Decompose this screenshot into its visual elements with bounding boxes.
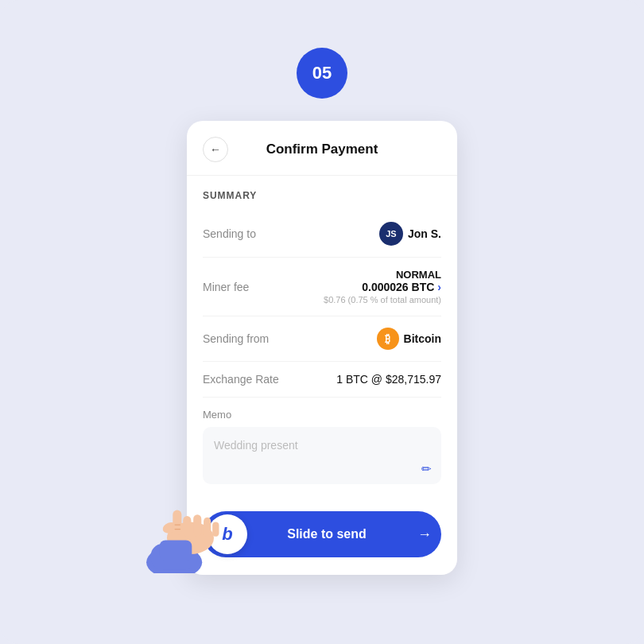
miner-fee-btc: 0.000026 BTC › bbox=[362, 281, 441, 293]
bitcoin-icon: ₿ bbox=[377, 328, 399, 350]
miner-fee-col: NORMAL 0.000026 BTC › $0.76 (0.75 % of t… bbox=[324, 269, 441, 305]
exchange-rate-row: Exchange Rate 1 BTC @ $28,715.97 bbox=[203, 362, 441, 398]
miner-fee-btc-amount: 0.000026 BTC bbox=[362, 281, 434, 293]
miner-fee-label: Miner fee bbox=[203, 281, 249, 293]
memo-box[interactable]: Wedding present ✏ bbox=[203, 427, 441, 484]
slide-arrow-icon: → bbox=[417, 526, 432, 543]
card-header: ← Confirm Payment bbox=[187, 121, 457, 176]
slide-to-send-button[interactable]: b Slide to send → bbox=[203, 511, 441, 557]
memo-label: Memo bbox=[203, 409, 441, 421]
slide-handle-letter: b bbox=[222, 524, 232, 545]
svg-point-3 bbox=[161, 521, 179, 535]
recipient-avatar: JS bbox=[379, 222, 403, 246]
miner-fee-value[interactable]: NORMAL 0.000026 BTC › $0.76 (0.75 % of t… bbox=[324, 269, 441, 305]
svg-rect-8 bbox=[173, 510, 181, 535]
miner-fee-usd: $0.76 (0.75 % of total amount) bbox=[324, 295, 441, 305]
payment-card: ← Confirm Payment SUMMARY Sending to JS … bbox=[187, 121, 457, 575]
recipient-name: Jon S. bbox=[408, 227, 441, 240]
back-arrow-icon: ← bbox=[210, 143, 221, 156]
slide-label: Slide to send bbox=[247, 527, 417, 541]
sending-from-row: Sending from ₿ Bitcoin bbox=[203, 316, 441, 362]
miner-fee-row: Miner fee NORMAL 0.000026 BTC › $0.76 (0… bbox=[203, 258, 441, 316]
slide-handle: b bbox=[208, 514, 247, 554]
edit-icon[interactable]: ✏ bbox=[421, 462, 432, 476]
step-number: 05 bbox=[312, 63, 332, 83]
miner-fee-type: NORMAL bbox=[396, 269, 441, 281]
chevron-right-icon: › bbox=[437, 281, 441, 293]
avatar-initials: JS bbox=[386, 229, 396, 239]
summary-section-label: SUMMARY bbox=[203, 190, 441, 201]
exchange-rate-value: 1 BTC @ $28,715.97 bbox=[336, 373, 441, 386]
back-button[interactable]: ← bbox=[203, 137, 228, 162]
sending-to-label: Sending to bbox=[203, 227, 256, 240]
memo-section: Memo Wedding present ✏ bbox=[203, 398, 441, 499]
bitcoin-label: Bitcoin bbox=[404, 332, 441, 345]
card-title: Confirm Payment bbox=[266, 142, 378, 157]
card-body: SUMMARY Sending to JS Jon S. Miner fee N… bbox=[187, 190, 457, 499]
sending-from-label: Sending from bbox=[203, 332, 269, 345]
sending-from-value: ₿ Bitcoin bbox=[377, 328, 441, 350]
memo-placeholder: Wedding present bbox=[214, 439, 298, 452]
page-wrapper: 05 ← Confirm Payment SUMMARY Sending to … bbox=[0, 0, 644, 644]
recipient-value: JS Jon S. bbox=[379, 222, 441, 246]
sending-to-row: Sending to JS Jon S. bbox=[203, 211, 441, 258]
exchange-rate-label: Exchange Rate bbox=[203, 373, 279, 386]
step-badge: 05 bbox=[297, 48, 347, 99]
slide-bar-container: b Slide to send → bbox=[187, 499, 457, 575]
